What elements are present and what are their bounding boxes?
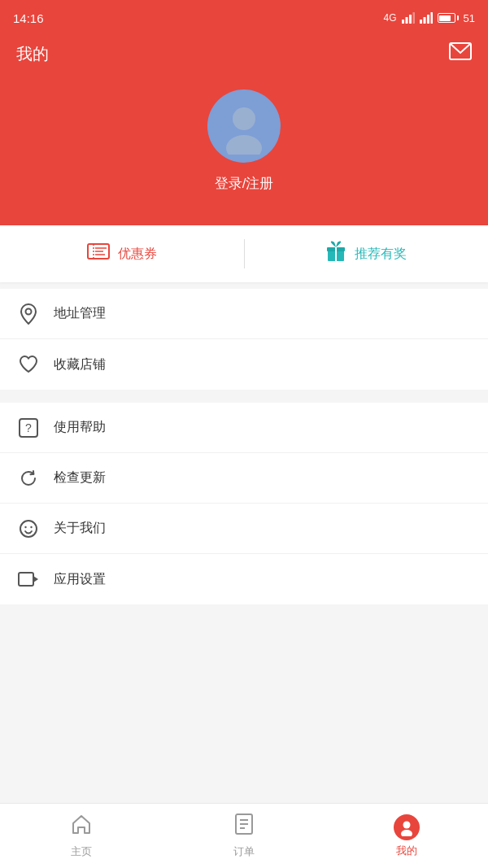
profile-section[interactable]: 登录/注册: [0, 89, 488, 225]
help-icon: ?: [16, 416, 41, 440]
menu-item-favorites[interactable]: 收藏店铺: [0, 339, 488, 390]
status-time: 14:16: [13, 11, 44, 25]
menu-item-address[interactable]: 地址管理: [0, 289, 488, 339]
mail-icon[interactable]: [449, 42, 472, 65]
nav-profile[interactable]: 我的: [325, 804, 488, 868]
referral-button[interactable]: 推荐有奖: [245, 241, 489, 267]
orders-nav-label: 订单: [233, 844, 255, 859]
svg-text:?: ?: [25, 421, 32, 434]
profile-nav-avatar: [394, 814, 420, 840]
home-icon: [70, 813, 93, 841]
header: 我的: [0, 36, 488, 89]
page-title: 我的: [16, 43, 49, 65]
svg-point-19: [26, 308, 32, 314]
svg-marker-26: [33, 576, 38, 582]
profile-nav-label: 我的: [396, 844, 417, 858]
svg-rect-5: [423, 17, 425, 24]
update-icon: [16, 466, 41, 491]
avatar: [207, 89, 281, 163]
svg-point-24: [30, 526, 32, 527]
signal-icon-2: [420, 12, 433, 24]
update-label: 检查更新: [54, 469, 106, 486]
login-register-text[interactable]: 登录/注册: [215, 174, 274, 193]
coupon-button[interactable]: 优惠券: [0, 243, 244, 264]
address-label: 地址管理: [54, 305, 106, 322]
svg-rect-3: [412, 12, 415, 24]
svg-rect-0: [402, 20, 404, 24]
nav-home[interactable]: 主页: [0, 804, 163, 868]
menu-item-update[interactable]: 检查更新: [0, 453, 488, 504]
coupon-icon: [87, 243, 110, 264]
bottom-nav: 主页 订单 我的: [0, 803, 488, 868]
home-nav-label: 主页: [71, 844, 92, 859]
battery-icon: [438, 13, 459, 23]
signal-icon-1: [402, 12, 415, 24]
menu-section-1: 地址管理 收藏店铺: [0, 289, 488, 390]
settings-icon: [16, 567, 41, 591]
battery-level: 51: [464, 12, 475, 24]
about-label: 关于我们: [54, 520, 106, 537]
referral-label: 推荐有奖: [355, 246, 407, 263]
svg-rect-25: [19, 573, 33, 586]
coupon-label: 优惠券: [118, 246, 157, 263]
favorites-label: 收藏店铺: [54, 356, 106, 373]
svg-point-23: [24, 526, 26, 527]
gift-icon: [325, 241, 346, 267]
svg-point-31: [403, 821, 411, 828]
svg-point-22: [20, 521, 37, 537]
menu-item-settings[interactable]: 应用设置: [0, 554, 488, 604]
nav-orders[interactable]: 订单: [163, 804, 325, 868]
svg-rect-7: [430, 12, 433, 24]
help-label: 使用帮助: [54, 419, 106, 436]
menu-section-2: ? 使用帮助 检查更新 关于我们: [0, 403, 488, 604]
nav-spacer: [0, 611, 488, 676]
status-icons: 4G 51: [384, 12, 475, 24]
smile-icon: [16, 517, 41, 541]
menu-item-about[interactable]: 关于我们: [0, 504, 488, 554]
svg-point-9: [233, 107, 255, 130]
svg-rect-2: [409, 15, 412, 24]
svg-rect-4: [420, 20, 422, 24]
orders-icon: [233, 813, 255, 841]
settings-label: 应用设置: [54, 571, 106, 588]
heart-icon: [16, 352, 41, 377]
menu-item-help[interactable]: ? 使用帮助: [0, 403, 488, 453]
location-icon: [16, 302, 41, 326]
svg-rect-1: [405, 17, 407, 24]
svg-point-32: [401, 830, 412, 836]
status-bar: 14:16 4G 51: [0, 0, 488, 36]
coupon-section: 优惠券 推荐有奖: [0, 225, 488, 282]
svg-point-10: [226, 135, 262, 155]
network-label: 4G: [384, 12, 397, 24]
svg-rect-6: [427, 15, 429, 24]
section-gap-1: [0, 396, 488, 403]
